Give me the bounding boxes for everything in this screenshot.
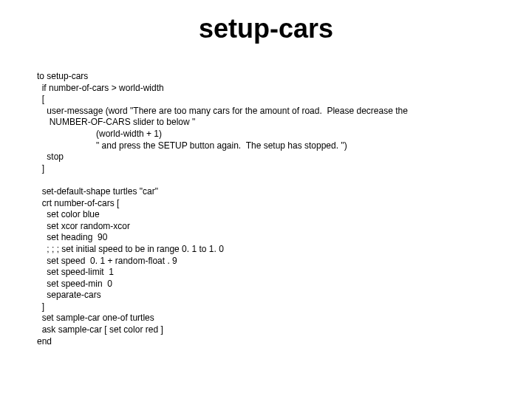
code-line: ] [37,301,44,312]
slide: setup-cars to setup-cars if number-of-ca… [0,0,532,399]
code-line: ] [37,163,44,174]
code-line: set xcor random-xcor [37,221,130,231]
code-line: separate-cars [37,290,101,300]
code-line: set speed-min 0 [37,279,112,289]
code-line: " and press the SETUP button again. The … [37,140,347,151]
code-line: NUMBER-OF-CARS slider to below " [37,117,195,127]
code-line: set-default-shape turtles "car" [37,186,158,197]
code-line: if number-of-cars > world-width [37,83,164,93]
code-line: set speed 0. 1 + random-float . 9 [37,256,177,266]
code-line: crt number-of-cars [ [37,198,119,208]
code-line: ; ; ; set initial speed to be in range 0… [37,244,224,254]
code-line: set heading 90 [37,232,107,242]
code-line: (world-width + 1) [37,129,162,139]
slide-title: setup-cars [0,13,532,44]
code-line: set color blue [37,209,100,219]
code-line: to setup-cars [37,71,88,81]
code-line: ask sample-car [ set color red ] [37,324,163,335]
code-line: user-message (word "There are too many c… [37,106,408,116]
code-line: set sample-car one-of turtles [37,313,154,323]
code-line: end [37,336,52,347]
code-block: to setup-cars if number-of-cars > world-… [37,71,502,347]
code-line: set speed-limit 1 [37,267,114,277]
code-line: [ [37,94,44,104]
code-line: stop [37,151,64,162]
